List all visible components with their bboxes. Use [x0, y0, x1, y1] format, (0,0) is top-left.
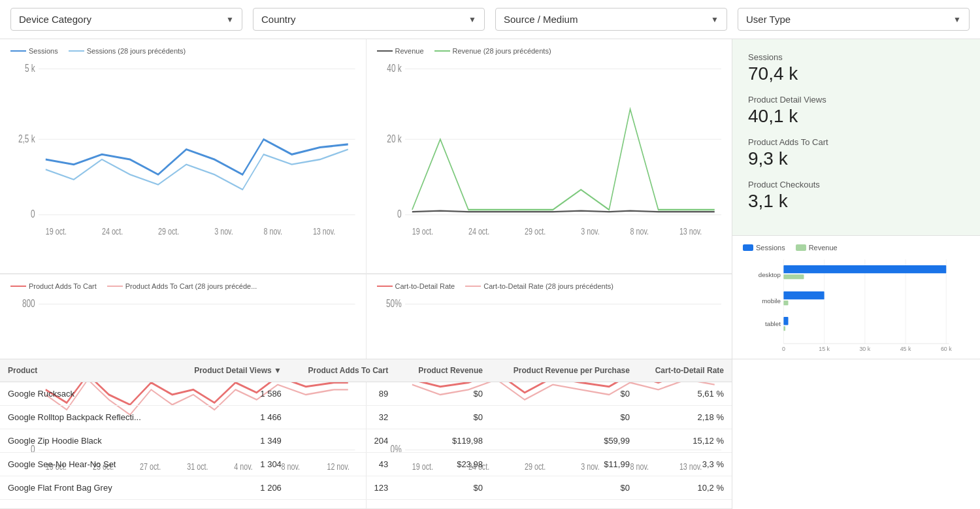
product-table-container: Product Product Detail Views ▼ Product A… — [0, 359, 732, 509]
stat-adds-label: Product Adds To Cart — [748, 137, 964, 147]
cart-detail-legend: Cart-to-Detail Rate Cart-to-Detail Rate … — [377, 282, 722, 290]
chevron-down-icon: ▼ — [468, 15, 476, 24]
svg-text:20 k: 20 k — [387, 133, 402, 145]
stat-detail-views: Product Detail Views 40,1 k — [748, 95, 964, 127]
td-detail-views-1: 1 586 — [174, 382, 289, 406]
mobile-revenue-bar — [783, 301, 788, 305]
revenue-legend: Revenue Revenue (28 jours précédents) — [377, 47, 722, 55]
th-revenue: Product Revenue — [396, 359, 491, 382]
svg-text:0: 0 — [31, 208, 35, 220]
svg-text:800: 800 — [22, 297, 35, 310]
bar-legend-sessions: Sessions — [743, 244, 785, 252]
td-cart-detail-2: 2,18 % — [638, 406, 732, 429]
cart-detail-legend-label: Cart-to-Detail Rate — [395, 282, 455, 290]
td-product-5: Google Flat Front Bag Grey — [0, 476, 174, 500]
td-rev-per-purchase-3: $59,99 — [491, 429, 638, 453]
revenue-prev-line-icon — [434, 50, 450, 52]
td-adds-3: 204 — [289, 429, 396, 453]
sessions-prev-legend-label: Sessions (28 jours précédents) — [87, 47, 186, 55]
svg-text:30 k: 30 k — [859, 346, 870, 352]
filter-label-country: Country — [261, 14, 296, 25]
th-detail-views: Product Detail Views ▼ — [174, 359, 289, 382]
td-revenue-3: $119,98 — [396, 429, 491, 453]
svg-text:24 oct.: 24 oct. — [468, 226, 489, 237]
td-cart-detail-3: 15,12 % — [638, 429, 732, 453]
stat-adds-to-cart: Product Adds To Cart 9,3 k — [748, 137, 964, 169]
svg-text:desktop: desktop — [759, 271, 781, 278]
td-product-1: Google Rucksack — [0, 382, 174, 406]
revenue-legend-prev: Revenue (28 jours précédents) — [434, 47, 551, 55]
table-header-row: Product Product Detail Views ▼ Product A… — [0, 359, 732, 382]
revenue-legend-current: Revenue — [377, 47, 424, 55]
svg-text:0: 0 — [782, 346, 785, 352]
bar-revenue-label: Revenue — [809, 244, 838, 252]
revenue-chart-panel: Revenue Revenue (28 jours précédents) 40… — [367, 39, 732, 274]
filter-device-category[interactable]: Device Category▼ — [10, 8, 242, 31]
filter-user-type[interactable]: User Type▼ — [738, 8, 970, 31]
adds-legend-label: Product Adds To Cart — [29, 282, 97, 290]
td-rev-per-purchase-5: $0 — [491, 476, 638, 500]
sessions-legend-prev: Sessions (28 jours précédents) — [69, 47, 186, 55]
filter-label-user-type: User Type — [746, 14, 791, 25]
td-detail-views-2: 1 466 — [174, 406, 289, 429]
cart-detail-prev-legend-label: Cart-to-Detail Rate (28 jours précédents… — [483, 282, 613, 290]
bar-sessions-label: Sessions — [756, 244, 785, 252]
td-revenue-2: $0 — [396, 406, 491, 429]
td-product-2: Google Rolltop Backpack Reflecti... — [0, 406, 174, 429]
sessions-line-icon — [10, 50, 26, 52]
svg-text:29 oct.: 29 oct. — [525, 226, 546, 237]
svg-text:15 k: 15 k — [819, 346, 830, 352]
stat-sessions-label: Sessions — [748, 52, 964, 62]
td-revenue-4: $23,98 — [396, 453, 491, 476]
table-row: Google Rucksack 1 586 89 $0 $0 5,61 % — [0, 382, 732, 406]
svg-text:0: 0 — [397, 208, 402, 220]
desktop-revenue-bar — [783, 274, 804, 279]
td-adds-2: 32 — [289, 406, 396, 429]
td-adds-1: 89 — [289, 382, 396, 406]
stat-checkouts-value: 3,1 k — [748, 191, 964, 212]
cart-detail-line-icon — [377, 286, 393, 287]
svg-text:8 nov.: 8 nov. — [630, 226, 648, 237]
th-product: Product — [0, 359, 174, 382]
svg-text:60 k: 60 k — [941, 346, 952, 352]
revenue-chart-svg: 40 k 20 k 0 19 oct. 24 oct. 29 oct. 3 no… — [377, 59, 722, 260]
cart-detail-prev-line-icon — [465, 286, 481, 287]
bottom-row: Product Product Detail Views ▼ Product A… — [0, 359, 980, 509]
th-revenue-per-purchase: Product Revenue per Purchase — [491, 359, 638, 382]
td-revenue-5: $0 — [396, 476, 491, 500]
td-rev-per-purchase-2: $0 — [491, 406, 638, 429]
stat-checkouts: Product Checkouts 3,1 k — [748, 180, 964, 212]
td-cart-detail-1: 5,61 % — [638, 382, 732, 406]
stats-panel: Sessions 70,4 k Product Detail Views 40,… — [732, 39, 980, 235]
adds-prev-line-icon — [107, 286, 123, 287]
th-adds-to-cart: Product Adds To Cart — [289, 359, 396, 382]
adds-legend-current: Product Adds To Cart — [10, 282, 97, 290]
tablet-revenue-bar — [783, 326, 785, 331]
cart-detail-legend-prev: Cart-to-Detail Rate (28 jours précédents… — [465, 282, 613, 290]
svg-text:8 nov.: 8 nov. — [264, 226, 282, 237]
svg-text:40 k: 40 k — [387, 62, 402, 74]
filter-source-medium[interactable]: Source / Medium▼ — [495, 8, 727, 31]
sessions-chart-svg: 5 k 2,5 k 0 19 oct. 24 oct. 29 oct. 3 no… — [10, 59, 355, 260]
filter-country[interactable]: Country▼ — [253, 8, 485, 31]
td-adds-4: 43 — [289, 453, 396, 476]
sessions-legend-label: Sessions — [29, 47, 58, 55]
td-detail-views-4: 1 304 — [174, 453, 289, 476]
adds-line-icon — [10, 286, 26, 287]
svg-text:13 nov.: 13 nov. — [679, 226, 701, 237]
td-product-4: Google See-No Hear-No Set — [0, 453, 174, 476]
table-body: Google Rucksack 1 586 89 $0 $0 5,61 % Go… — [0, 382, 732, 500]
sessions-prev-line-icon — [69, 50, 84, 52]
svg-text:tablet: tablet — [765, 320, 781, 327]
td-cart-detail-4: 3,3 % — [638, 453, 732, 476]
stat-sessions: Sessions 70,4 k — [748, 52, 964, 84]
sessions-legend: Sessions Sessions (28 jours précédents) — [10, 47, 355, 55]
svg-text:13 nov.: 13 nov. — [313, 226, 335, 237]
stat-adds-value: 9,3 k — [748, 148, 964, 169]
device-bar-chart-svg: desktop mobile tablet 0 15 k — [743, 259, 970, 364]
svg-text:3 nov.: 3 nov. — [581, 226, 599, 237]
td-detail-views-3: 1 349 — [174, 429, 289, 453]
table-row: Google Rolltop Backpack Reflecti... 1 46… — [0, 406, 732, 429]
svg-text:19 oct.: 19 oct. — [412, 226, 433, 237]
td-rev-per-purchase-4: $11,99 — [491, 453, 638, 476]
